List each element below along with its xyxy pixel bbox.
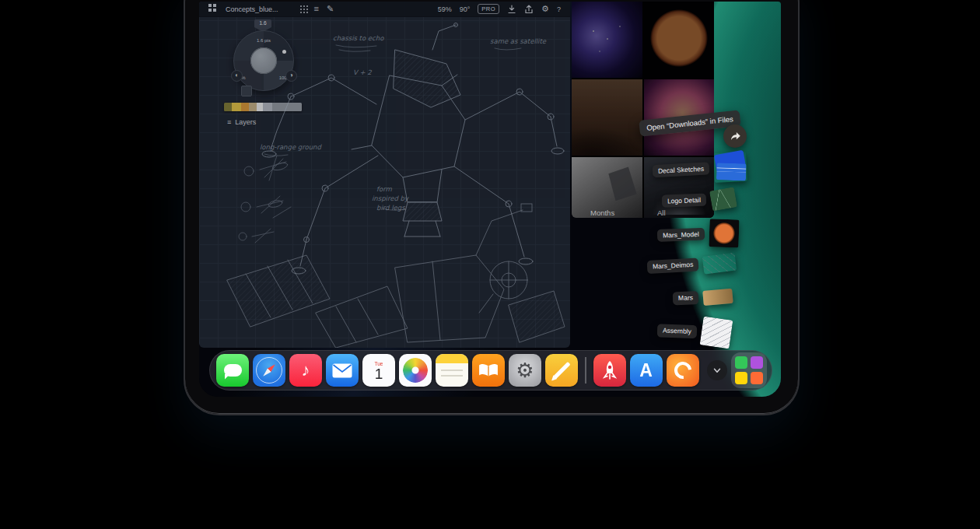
compass-icon [256, 357, 282, 384]
appstore-a-icon: A [639, 360, 653, 381]
file-thumbnail [713, 152, 747, 183]
file-label: Decal Sketches [653, 162, 710, 177]
file-label: Mars [673, 291, 698, 305]
drag-file-decal-sketches[interactable]: Decal Sketches [652, 152, 747, 186]
ipad-device: Concepts_blue... ≡ ✎ 59% 90° PRO ⚙ ? [184, 0, 800, 415]
dock-app-playgrounds[interactable] [667, 354, 699, 387]
dock-app-calendar[interactable]: Tue 1 [362, 354, 395, 387]
forward-arrow-icon [729, 130, 741, 142]
file-label: Mars_Deimos [646, 258, 698, 274]
file-label: Mars_Model [657, 227, 705, 242]
drag-file-mars[interactable]: Mars [673, 289, 733, 307]
dock-app-notes[interactable] [436, 354, 468, 387]
calendar-day: 1 [375, 366, 383, 381]
drag-file-logo-detail[interactable]: Logo Detail [662, 188, 737, 211]
dock-app-music[interactable]: ♪ [289, 354, 322, 387]
chevron-down-icon [712, 365, 723, 376]
file-thumbnail [709, 187, 737, 211]
dock-app-appstore[interactable]: A [630, 354, 663, 387]
mini-app-icon [735, 356, 747, 369]
dock-app-photos[interactable] [399, 354, 432, 387]
gear-icon: ⚙ [516, 359, 534, 383]
swirl-icon [670, 359, 695, 383]
file-thumbnail [702, 289, 733, 306]
dock-app-rocket[interactable] [593, 354, 626, 387]
open-book-icon [478, 363, 499, 378]
dock: ♪ Tue 1 ⚙ [209, 350, 772, 391]
drag-file-mars-model[interactable]: Mars_Model [657, 219, 740, 250]
dock-app-books[interactable] [472, 354, 505, 387]
app-library-tile[interactable] [731, 352, 767, 388]
messages-bubble-icon [224, 364, 242, 377]
dock-app-mail[interactable] [326, 354, 359, 387]
drop-share-button[interactable] [723, 124, 747, 148]
file-thumbnail [700, 317, 733, 349]
notes-header-icon [436, 354, 468, 363]
pencil-icon [553, 362, 570, 379]
file-label: Logo Detail [662, 193, 707, 207]
dock-app-messages[interactable] [216, 354, 249, 387]
ipad-screen: Concepts_blue... ≡ ✎ 59% 90° PRO ⚙ ? [199, 2, 781, 397]
dock-app-safari[interactable] [253, 354, 285, 387]
dock-app-settings[interactable]: ⚙ [509, 354, 541, 387]
drag-drop-layer: Open “Downloads” in Files Decal Sketches… [199, 2, 781, 397]
dock-divider [585, 357, 586, 384]
file-thumbnail [702, 253, 737, 275]
mini-app-icon [735, 372, 747, 384]
dock-collapse-button[interactable] [707, 360, 727, 380]
file-label: Assembly [657, 324, 697, 338]
file-thumbnail [709, 219, 739, 247]
envelope-icon [332, 363, 352, 378]
photos-flower-icon [403, 358, 428, 383]
music-note-icon: ♪ [302, 360, 310, 380]
rocket-icon [602, 360, 618, 380]
mini-app-icon [751, 372, 763, 384]
drag-file-mars-deimos[interactable]: Mars_Deimos [646, 254, 736, 276]
mini-app-icon [751, 356, 763, 369]
drag-file-assembly[interactable]: Assembly [657, 316, 732, 347]
dock-app-pages[interactable] [545, 354, 578, 387]
